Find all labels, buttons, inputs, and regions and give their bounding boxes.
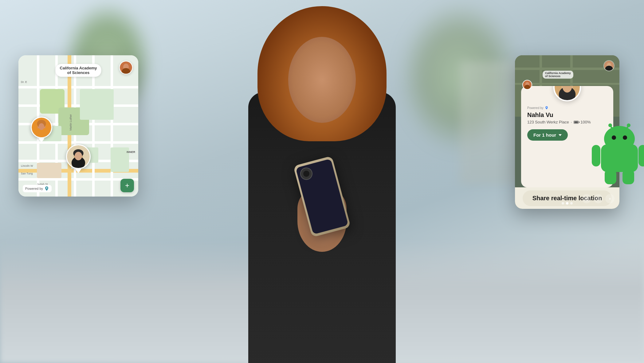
map-location-label: California Academy of Sciences bbox=[56, 64, 101, 77]
svg-point-27 bbox=[604, 126, 635, 152]
battery-fill bbox=[574, 121, 578, 123]
google-maps-icon bbox=[44, 186, 49, 191]
powered-by-label: Powered by bbox=[23, 185, 52, 192]
chevron-down-icon bbox=[559, 134, 562, 136]
svg-point-31 bbox=[608, 123, 612, 127]
street-label-martin: Martin Luther bbox=[69, 114, 72, 131]
pin-marker-man bbox=[75, 169, 81, 173]
svg-point-12 bbox=[75, 152, 82, 160]
street-label-dr-e: Dr. E bbox=[21, 80, 27, 84]
plus-icon: + bbox=[125, 181, 129, 190]
right-map-person-icon bbox=[523, 80, 532, 89]
right-map-label: California Academyof Sciences bbox=[543, 71, 573, 79]
map-location-line2: of Sciences bbox=[60, 70, 97, 75]
svg-point-33 bbox=[627, 123, 630, 127]
svg-rect-34 bbox=[592, 145, 600, 166]
battery-icon bbox=[574, 121, 579, 124]
street-label-lincoln: Lincoln W bbox=[21, 164, 33, 167]
left-map-card: Dr. E Martin Luther Lincoln W Judah St S… bbox=[18, 55, 138, 197]
avatar-pin-man bbox=[66, 144, 91, 173]
svg-rect-37 bbox=[622, 170, 634, 184]
map-block-tan bbox=[37, 163, 61, 178]
nav-dot-1 bbox=[562, 202, 564, 205]
for-hour-button[interactable]: For 1 hour bbox=[527, 129, 568, 141]
for-hour-label: For 1 hour bbox=[533, 132, 556, 138]
person-name: Nahla Vu bbox=[527, 111, 553, 119]
map-block bbox=[80, 89, 114, 120]
svg-point-13 bbox=[46, 187, 47, 189]
right-top-avatar-icon bbox=[604, 61, 614, 71]
map-road bbox=[18, 86, 138, 88]
pin-marker bbox=[38, 138, 45, 142]
svg-rect-35 bbox=[638, 145, 644, 166]
plus-button[interactable]: + bbox=[120, 179, 134, 192]
android-mascot-svg bbox=[589, 117, 644, 184]
powered-by-small-text: Powered by bbox=[527, 106, 544, 110]
svg-point-7 bbox=[39, 123, 44, 130]
woman-avatar-circle bbox=[31, 117, 52, 138]
android-mascot bbox=[589, 117, 644, 184]
google-maps-icon-small bbox=[545, 106, 548, 110]
map-road bbox=[18, 178, 138, 181]
inner-label: INNER bbox=[127, 150, 135, 154]
avatar-small-top-right bbox=[119, 61, 133, 74]
nav-dot-3 bbox=[570, 202, 573, 205]
svg-point-28 bbox=[612, 135, 616, 140]
icon-button-2[interactable]: ☉ bbox=[594, 194, 603, 203]
right-top-avatar bbox=[603, 60, 615, 71]
icon-button-plus[interactable]: + bbox=[605, 194, 615, 203]
icon-button-1[interactable]: ◫ bbox=[582, 194, 591, 203]
face bbox=[288, 37, 356, 123]
nav-dots bbox=[562, 202, 573, 205]
powered-by-small: Powered by bbox=[527, 106, 548, 110]
person-location: 123 South Werkz Place · 100% bbox=[527, 120, 591, 124]
man-avatar-circle bbox=[66, 144, 91, 169]
center-person bbox=[199, 0, 445, 363]
location-text: 123 South Werkz Place bbox=[527, 120, 569, 124]
person-head bbox=[257, 6, 387, 141]
street-label-san-tung: San Tung bbox=[21, 172, 33, 175]
map-road bbox=[18, 104, 138, 107]
bottom-icon-buttons: ◫ ☉ + bbox=[582, 194, 615, 203]
svg-point-29 bbox=[623, 135, 627, 140]
map-road bbox=[111, 55, 113, 197]
separator: · bbox=[571, 120, 572, 124]
svg-rect-36 bbox=[605, 170, 616, 184]
map-location-line1: California Academy bbox=[60, 66, 97, 70]
nav-dot-2 bbox=[566, 202, 568, 205]
powered-by-text: Powered by bbox=[25, 187, 43, 190]
right-map-person-avatar bbox=[522, 80, 532, 90]
svg-point-25 bbox=[546, 107, 547, 108]
avatar-pin-woman bbox=[31, 117, 52, 142]
